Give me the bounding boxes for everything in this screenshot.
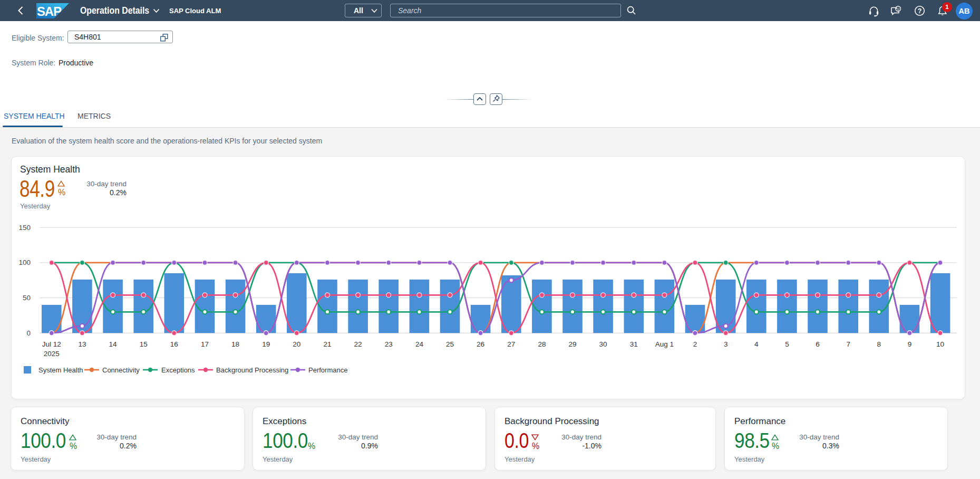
svg-text:16: 16 bbox=[170, 340, 178, 348]
svg-text:2: 2 bbox=[693, 340, 697, 348]
svg-text:24: 24 bbox=[415, 340, 424, 348]
svg-text:100: 100 bbox=[18, 258, 31, 266]
svg-text:22: 22 bbox=[354, 340, 362, 348]
svg-text:29: 29 bbox=[568, 340, 576, 348]
svg-text:26: 26 bbox=[477, 340, 484, 348]
svg-text:Exceptions: Exceptions bbox=[161, 366, 195, 374]
svg-text:14: 14 bbox=[109, 340, 118, 348]
svg-text:19: 19 bbox=[262, 340, 270, 348]
svg-text:5: 5 bbox=[785, 340, 789, 348]
svg-text:28: 28 bbox=[538, 340, 546, 348]
svg-text:150: 150 bbox=[18, 224, 31, 232]
svg-text:6: 6 bbox=[816, 340, 820, 348]
svg-text:7: 7 bbox=[846, 340, 850, 348]
svg-text:4: 4 bbox=[754, 340, 759, 348]
svg-text:SAP: SAP bbox=[37, 4, 62, 18]
svg-text:Jul 12: Jul 12 bbox=[42, 340, 61, 348]
svg-text:23: 23 bbox=[385, 340, 393, 348]
svg-text:Performance: Performance bbox=[308, 366, 347, 374]
svg-text:21: 21 bbox=[323, 340, 331, 348]
svg-text:8: 8 bbox=[877, 340, 881, 348]
svg-text:?: ? bbox=[918, 7, 922, 15]
svg-text:0: 0 bbox=[26, 329, 31, 337]
svg-text:17: 17 bbox=[201, 340, 209, 348]
svg-text:18: 18 bbox=[231, 340, 239, 348]
svg-text:27: 27 bbox=[507, 340, 515, 348]
svg-text:10: 10 bbox=[936, 340, 944, 348]
svg-text:2025: 2025 bbox=[44, 350, 60, 358]
svg-text:50: 50 bbox=[23, 294, 31, 302]
svg-text:Connectivity: Connectivity bbox=[102, 366, 140, 374]
svg-text:Background Processing: Background Processing bbox=[216, 366, 288, 374]
svg-text:15: 15 bbox=[140, 340, 148, 348]
svg-text:13: 13 bbox=[78, 340, 86, 348]
svg-text:31: 31 bbox=[630, 340, 638, 348]
svg-text:Aug 1: Aug 1 bbox=[655, 340, 674, 348]
svg-text:9: 9 bbox=[908, 340, 912, 348]
svg-text:30: 30 bbox=[599, 340, 607, 348]
svg-text:20: 20 bbox=[293, 340, 300, 348]
svg-text:System Health: System Health bbox=[38, 366, 83, 374]
svg-text:3: 3 bbox=[724, 340, 728, 348]
svg-text:25: 25 bbox=[446, 340, 454, 348]
